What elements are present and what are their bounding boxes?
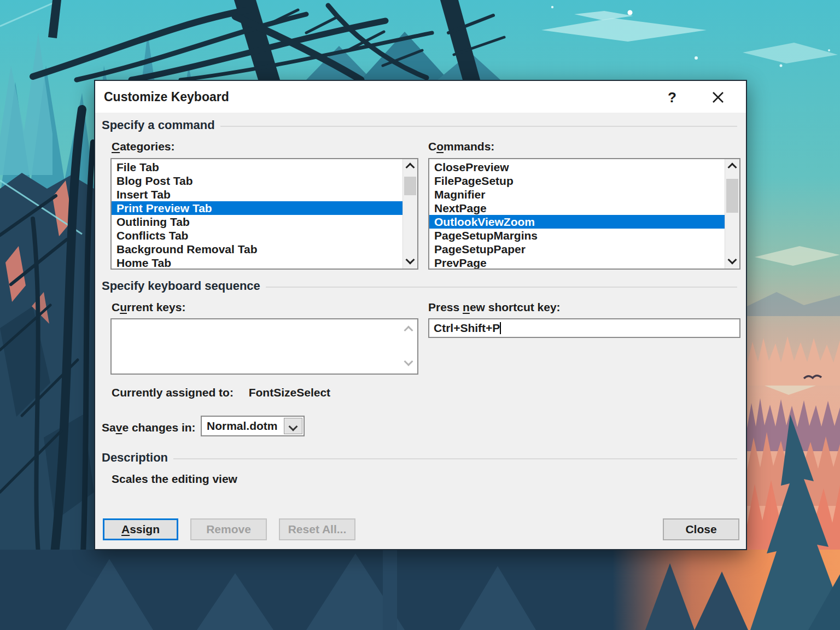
- categories-scrollbar[interactable]: [402, 159, 417, 269]
- text-caret: [500, 322, 501, 334]
- group-specify-sequence: Specify keyboard sequence: [102, 279, 737, 293]
- commands-listbox: ClosePreviewFilePageSetupMagnifierNextPa…: [428, 158, 740, 270]
- chevron-down-icon: [728, 255, 737, 265]
- current-keys-listbox[interactable]: [110, 318, 418, 375]
- chevron-up-icon: [728, 163, 737, 172]
- description-text: Scales the editing view: [112, 472, 237, 486]
- save-changes-label: Save changes in:: [102, 421, 196, 434]
- group-title: Specify a command: [102, 118, 215, 132]
- close-dialog-button[interactable]: [708, 87, 728, 108]
- group-divider: [266, 287, 737, 288]
- group-title: Description: [102, 451, 168, 465]
- commands-list-item[interactable]: PageSetupPaper: [429, 242, 725, 256]
- chevron-down-icon: [404, 357, 413, 366]
- shortcut-value: Ctrl+Shift+P: [434, 322, 500, 334]
- dialog-titlebar: Customize Keyboard ?: [95, 81, 746, 113]
- shortcut-key-label: Press new shortcut key:: [428, 301, 561, 314]
- scroll-down-button[interactable]: [725, 254, 739, 269]
- dialog-title: Customize Keyboard: [104, 81, 229, 113]
- categories-list-item[interactable]: Blog Post Tab: [112, 174, 403, 188]
- scroll-up-button[interactable]: [725, 159, 739, 173]
- scroll-down-button[interactable]: [403, 254, 417, 269]
- chevron-up-icon: [404, 326, 413, 335]
- group-specify-command: Specify a command: [102, 118, 737, 132]
- shortcut-input[interactable]: Ctrl+Shift+P: [428, 318, 740, 338]
- assigned-label: Currently assigned to:: [112, 386, 234, 399]
- categories-list-item[interactable]: Background Removal Tab: [112, 242, 403, 256]
- close-icon: [708, 87, 728, 108]
- currently-assigned-line: Currently assigned to: FontSizeSelect: [112, 386, 330, 399]
- categories-list-item[interactable]: Insert Tab: [112, 188, 403, 201]
- close-button[interactable]: Close: [663, 518, 739, 540]
- reset-all-button[interactable]: Reset All...: [279, 518, 355, 540]
- categories-list[interactable]: File TabBlog Post TabInsert TabPrint Pre…: [112, 160, 403, 269]
- help-button[interactable]: ?: [662, 87, 682, 108]
- group-divider: [173, 458, 737, 459]
- group-description: Description: [102, 451, 737, 465]
- categories-list-item[interactable]: Print Preview Tab: [112, 201, 403, 215]
- scrollbar-thumb[interactable]: [726, 179, 738, 213]
- group-title: Specify keyboard sequence: [102, 279, 260, 293]
- combo-dropdown-button[interactable]: [284, 418, 302, 434]
- group-divider: [220, 126, 737, 127]
- commands-list-item[interactable]: ClosePreview: [429, 160, 725, 174]
- chevron-down-icon: [406, 255, 415, 265]
- scrollbar-thumb[interactable]: [404, 177, 416, 195]
- commands-list-item[interactable]: NextPage: [429, 201, 725, 215]
- commands-list-item[interactable]: FilePageSetup: [429, 174, 725, 188]
- commands-label: Commands:: [428, 140, 494, 153]
- chevron-up-icon: [406, 163, 415, 172]
- categories-list-item[interactable]: Conflicts Tab: [112, 229, 403, 242]
- help-icon: ?: [668, 89, 676, 106]
- chevron-down-icon: [289, 422, 298, 431]
- assigned-value: FontSizeSelect: [249, 386, 330, 399]
- assign-button[interactable]: Assign: [103, 518, 178, 540]
- commands-list-item[interactable]: PrevPage: [429, 256, 725, 269]
- categories-listbox: File TabBlog Post TabInsert TabPrint Pre…: [110, 158, 418, 270]
- customize-keyboard-dialog: Customize Keyboard ? Specify a command C…: [94, 80, 747, 550]
- combo-selected-value: Normal.dotm: [207, 417, 278, 435]
- categories-list-item[interactable]: Home Tab: [112, 256, 403, 269]
- categories-label: Categories:: [112, 140, 175, 153]
- desktop: Customize Keyboard ? Specify a command C…: [0, 0, 840, 630]
- commands-list[interactable]: ClosePreviewFilePageSetupMagnifierNextPa…: [429, 160, 725, 269]
- save-changes-combo[interactable]: Normal.dotm: [201, 416, 305, 436]
- commands-list-item[interactable]: Magnifier: [429, 188, 725, 201]
- commands-list-item[interactable]: PageSetupMargins: [429, 229, 725, 242]
- scroll-up-button[interactable]: [403, 159, 417, 173]
- categories-list-item[interactable]: Outlining Tab: [112, 215, 403, 229]
- commands-list-item[interactable]: OutlookViewZoom: [429, 215, 725, 229]
- commands-scrollbar[interactable]: [725, 159, 739, 269]
- categories-list-item[interactable]: File Tab: [112, 160, 403, 174]
- remove-button[interactable]: Remove: [190, 518, 267, 540]
- current-keys-label: Current keys:: [112, 301, 185, 314]
